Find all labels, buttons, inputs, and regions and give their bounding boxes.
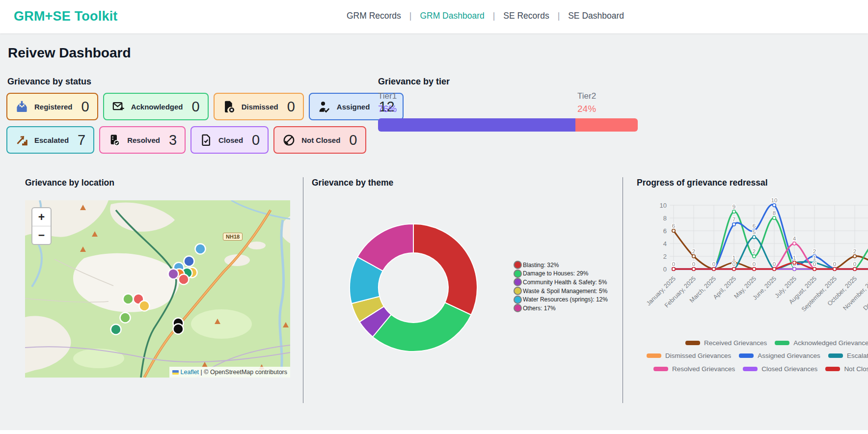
donut-legend-swatch [514,287,522,295]
line-legend-swatch [825,367,840,371]
series-point [773,268,776,271]
series-point [813,268,816,271]
point-label: 6 [672,223,675,229]
card-check-icon [108,134,121,147]
donut-legend-swatch [514,296,522,304]
progress-chart-panel: 0246810January, 2025February, 2025March,… [623,177,868,404]
point-label: 8 [773,210,776,216]
series-point [753,236,756,239]
status-card-dismissed: Dismissed0 [214,93,304,120]
theme-section-heading: Grievance by theme [312,178,393,188]
line-legend-item-not-closed-grievances[interactable]: Not Closed Grievances [825,365,868,373]
line-legend-label: Received Grievances [704,339,767,347]
donut-legend-item: Community Health & Safety: 5% [514,278,608,287]
map-zoom-in-button[interactable]: + [32,208,51,226]
status-card-count: 7 [78,132,85,148]
series-line [674,205,868,269]
line-legend-label: Resolved Grievances [672,365,735,373]
nav-item-se-dashboard[interactable]: SE Dashboard [568,11,624,21]
point-label: 1 [793,255,796,261]
point-label: 2 [692,248,695,254]
grm-dashboard-page: GRM+SE Toolkit GRM Records|GRM Dashboard… [0,0,868,434]
tier-column-tier2: Tier224% [577,91,596,114]
map-marker[interactable] [179,274,189,285]
nav-item-se-records[interactable]: SE Records [503,11,549,21]
point-label: 0 [753,261,756,267]
status-card-closed: Closed0 [190,126,269,154]
status-card-label: Closed [218,136,243,144]
status-card-resolved: Resolved3 [99,126,186,154]
line-legend-swatch [685,341,700,345]
nav-separator: | [409,11,412,21]
doc-check-icon [199,134,213,147]
map-marker[interactable] [184,256,194,267]
series-point [732,268,735,271]
series-point [753,268,756,271]
chart-text: 10 [660,202,667,209]
line-legend-item-dismissed-grievances[interactable]: Dismissed Grievances [647,352,731,359]
donut-legend-swatch [514,278,522,286]
donut-legend-label: Others: 17% [523,305,556,312]
nav-item-grm-dashboard[interactable]: GRM Dashboard [420,11,484,21]
donut-legend-label: Damage to Houses: 29% [523,270,588,277]
leaflet-link[interactable]: Leaflet [181,369,199,376]
donut-slice [373,302,471,352]
panel-divider [303,177,303,403]
chart-text: 0 [663,266,667,273]
osm-attribution-link[interactable]: | © OpenStreetMap contributors [199,369,287,376]
map-marker[interactable] [173,324,184,334]
donut-slice [413,224,477,315]
map-tiles [25,200,290,378]
line-legend-label: Not Closed Grievances [844,365,868,373]
leaflet-map[interactable]: + − NH18 Leaflet | © OpenStreetMap contr… [25,200,290,378]
status-card-count: 0 [252,132,260,148]
point-label: 0 [773,261,776,267]
line-legend-item-escalated-grievances[interactable]: Escalated Grievances [828,352,868,359]
nav-item-grm-records[interactable]: GRM Records [347,11,401,21]
series-point [692,255,695,258]
nav-separator: | [493,11,495,21]
point-label: 2 [813,248,816,254]
status-card-label: Resolved [127,136,160,144]
chart-text: 6 [663,227,667,235]
main-nav: GRM Records|GRM Dashboard|SE Records|SE … [347,11,624,21]
point-label: 5 [753,229,756,235]
map-marker[interactable] [123,294,134,304]
chart-text: September, 2025 [800,275,838,313]
map-marker[interactable] [139,301,150,311]
status-card-count: 0 [81,99,89,115]
tier-column-tier1: Tier176% [378,91,397,114]
line-legend-item-resolved-grievances[interactable]: Resolved Grievances [653,365,735,373]
point-label: 0 [692,261,695,267]
donut-legend-label: Water Resources (springs): 12% [523,296,608,303]
series-line [674,231,868,269]
donut-legend-item: Blasting: 32% [514,261,608,270]
map-zoom-out-button[interactable]: − [32,226,51,244]
line-legend-row: Dismissed GrievancesAssigned GrievancesE… [647,352,868,359]
stairs-up-icon [15,134,28,147]
tier-percent: 24% [577,104,596,114]
series-point [753,255,756,258]
status-card-registered: Registered0 [6,93,98,120]
line-legend-row: Received GrievancesAcknowledged Grievanc… [685,339,868,347]
line-legend-item-acknowledged-grievances[interactable]: Acknowledged Grievances [775,339,868,347]
line-legend-item-assigned-grievances[interactable]: Assigned Grievances [739,352,820,359]
series-point [793,261,796,264]
point-label: 1 [732,255,735,261]
point-label: 4 [793,236,796,242]
theme-donut-chart [347,221,480,354]
status-card-escalated: Escalated7 [6,126,94,154]
donut-legend-label: Waste & Spoil Management: 5% [523,288,607,295]
point-label: 0 [712,261,715,267]
line-legend-swatch [653,367,668,371]
map-marker[interactable] [195,244,206,254]
line-legend-item-received-grievances[interactable]: Received Grievances [685,339,767,347]
series-line [674,212,868,269]
map-marker[interactable] [168,269,179,279]
map-marker[interactable] [111,325,121,335]
series-point [833,268,836,271]
status-card-count: 0 [192,99,200,115]
map-marker[interactable] [120,313,131,323]
status-card-count: 0 [349,132,357,148]
line-legend-item-closed-grievances[interactable]: Closed Grievances [743,365,817,373]
